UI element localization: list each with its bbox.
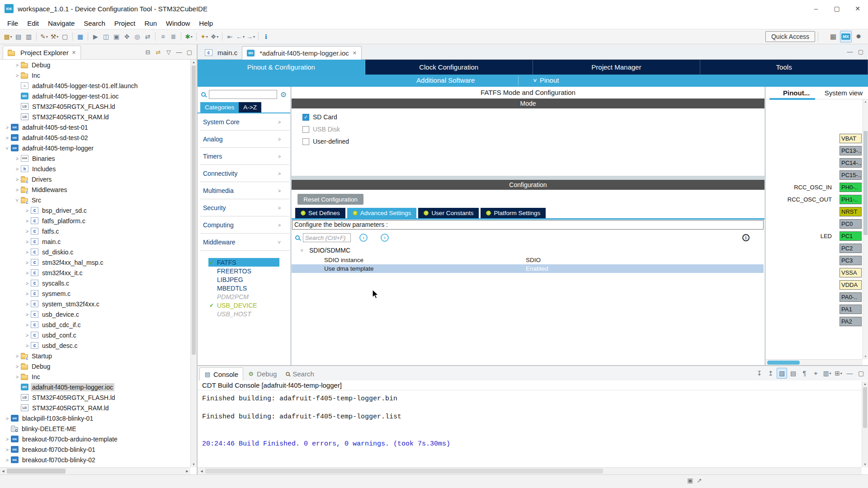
tree-item[interactable]: fatfs_platform.c: [0, 216, 190, 226]
expand-chevron-icon[interactable]: [24, 249, 31, 255]
toolbar-icon[interactable]: ✦: [199, 31, 209, 42]
config-main-tab[interactable]: Pinout & Configuration: [198, 60, 365, 75]
editor-view-button[interactable]: ▢: [856, 47, 865, 56]
tree-item[interactable]: sd_diskio.c: [0, 247, 190, 257]
expand-chevron-icon[interactable]: [4, 457, 11, 463]
parameter-row[interactable]: SDIO instance SDIO: [292, 256, 764, 264]
expand-chevron-icon[interactable]: [4, 436, 11, 442]
pin[interactable]: PC13-..: [840, 146, 862, 155]
expand-chevron-icon[interactable]: [14, 405, 21, 411]
toolbar-icon[interactable]: [88, 33, 88, 41]
toolbar-icon[interactable]: ✱: [184, 31, 194, 42]
expand-chevron-icon[interactable]: [24, 312, 31, 317]
tree-item[interactable]: main.c: [0, 236, 190, 247]
parameter-search-input[interactable]: [303, 233, 351, 242]
editor-tab[interactable]: *adafruit-f405-temp-logger.ioc ✕: [242, 46, 362, 60]
toolbar-icon[interactable]: [196, 33, 197, 41]
tree-item[interactable]: usbd_desc.c: [0, 340, 190, 351]
category-row[interactable]: Security: [200, 199, 289, 216]
tree-item[interactable]: STM32F405RGTX_FLASH.ld: [0, 101, 190, 112]
scroll-down-arrow[interactable]: ▼: [863, 354, 868, 359]
toolbar-icon[interactable]: [258, 33, 259, 41]
scroll-up-arrow[interactable]: ▲: [862, 381, 868, 387]
reset-configuration-button[interactable]: Reset Configuration: [297, 194, 363, 205]
tree-item[interactable]: stm32f4xx_hal_msp.c: [0, 257, 190, 267]
toolbar-icon[interactable]: ⇄: [142, 31, 153, 42]
toolbar-icon[interactable]: ✥: [122, 31, 132, 42]
console-toolbar-icon[interactable]: ↧: [754, 368, 764, 379]
expand-chevron-icon[interactable]: [24, 301, 31, 307]
scrollbar-thumb[interactable]: [863, 131, 868, 235]
tree-item[interactable]: Inc: [0, 371, 190, 382]
expand-chevron-icon[interactable]: [24, 239, 31, 244]
pin[interactable]: PA2: [840, 317, 862, 326]
expand-chevron-icon[interactable]: [14, 177, 21, 182]
tree-item[interactable]: adafruit-f405-sd-test-02: [0, 132, 190, 143]
project-explorer-view-tab[interactable]: Project Explorer ✕: [3, 46, 81, 59]
close-tab-icon[interactable]: ✕: [353, 50, 357, 56]
settings-tab[interactable]: Platform Settings: [481, 208, 546, 218]
pin[interactable]: PC3: [840, 256, 862, 265]
toolbar-icon[interactable]: ≣: [168, 31, 179, 42]
info-icon[interactable]: [742, 234, 750, 241]
toolbar-icon[interactable]: ▥: [24, 31, 34, 42]
toolbar-icon[interactable]: →: [245, 31, 256, 42]
editor-tab[interactable]: main.c ✕: [200, 46, 242, 59]
parameter-row[interactable]: Use dma template Enabled: [292, 264, 764, 273]
console-output[interactable]: Finished building: adafruit-f405-temp-lo…: [198, 390, 868, 474]
tree-item[interactable]: STM32F405RGTX_RAM.ld: [0, 112, 190, 122]
expand-chevron-icon[interactable]: [24, 229, 31, 234]
scrollbar-thumb[interactable]: [192, 66, 196, 355]
pin[interactable]: VBAT: [840, 134, 862, 143]
pinout-dropdown[interactable]: > Pinout: [533, 76, 559, 84]
gear-icon[interactable]: ⚙: [280, 90, 287, 99]
expand-chevron-icon[interactable]: [14, 385, 21, 390]
tree-item[interactable]: usbd_cdc_if.c: [0, 319, 190, 330]
toolbar-icon[interactable]: ✎: [39, 31, 49, 42]
console-toolbar-icon[interactable]: ¶: [799, 368, 810, 379]
toolbar-icon[interactable]: ◎: [132, 31, 142, 42]
toolbar-icon[interactable]: ℹ: [261, 31, 271, 42]
console-view-tab[interactable]: Debug ✕: [243, 367, 281, 380]
tree-item[interactable]: Debug: [0, 60, 190, 70]
expand-chevron-icon[interactable]: [14, 94, 21, 99]
tree-item[interactable]: system_stm32f4xx.c: [0, 299, 190, 309]
config-main-tab[interactable]: Project Manager: [533, 60, 701, 75]
toolbar-icon[interactable]: ←: [235, 31, 245, 42]
pin[interactable]: VDDA: [840, 280, 862, 290]
pin[interactable]: VSSA: [840, 268, 862, 277]
tree-item[interactable]: Binaries: [0, 153, 190, 164]
config-main-tab[interactable]: Tools: [700, 60, 868, 75]
tree-item[interactable]: adafruit-f405-temp-logger: [0, 143, 190, 153]
toolbar-icon[interactable]: ❖: [209, 31, 220, 42]
tree-item[interactable]: STM32F405RGTX_FLASH.ld: [0, 392, 190, 403]
expand-chevron-icon[interactable]: [24, 343, 31, 348]
middleware-item[interactable]: ✓ PDM2PCM: [208, 292, 279, 301]
scroll-right-arrow[interactable]: ▶: [184, 468, 190, 474]
scrollbar-thumb[interactable]: [767, 361, 800, 365]
toolbar-icon[interactable]: ◫: [101, 31, 111, 42]
status-icon[interactable]: ▣: [687, 477, 693, 484]
checkbox[interactable]: [302, 138, 309, 145]
explorer-vertical-scrollbar[interactable]: ▲ ▼: [190, 60, 197, 467]
scrollbar-thumb[interactable]: [863, 387, 867, 428]
additional-software-button[interactable]: Additional Software: [416, 76, 475, 84]
toolbar-icon[interactable]: [72, 33, 73, 41]
pin[interactable]: PC0: [840, 219, 862, 229]
tree-item[interactable]: adafruit-f405-logger-test-01.elf.launch: [0, 80, 190, 91]
parameter-group-row[interactable]: SDIO/SDMMC: [298, 247, 350, 254]
tree-item[interactable]: breakout-f070cb-arduino-template: [0, 434, 190, 444]
expand-chevron-icon[interactable]: [4, 125, 11, 130]
expand-chevron-icon[interactable]: [14, 104, 21, 109]
tree-item[interactable]: stm32f4xx_it.c: [0, 267, 190, 278]
expand-chevron-icon[interactable]: [24, 322, 31, 328]
pin[interactable]: PH1-..: [840, 195, 862, 204]
menu-item[interactable]: Window: [161, 17, 194, 29]
tree-item[interactable]: blinky-DELETE-ME: [0, 423, 190, 434]
pinout-canvas[interactable]: VBAT PC13-.. PC14-.. PC: [766, 99, 863, 359]
tree-item[interactable]: Inc: [0, 70, 190, 80]
console-toolbar-icon[interactable]: ↥: [765, 368, 776, 379]
pin[interactable]: PC15-..: [840, 170, 862, 180]
pin[interactable]: PC1: [840, 231, 862, 241]
console-view-tab[interactable]: Search ✕: [281, 367, 319, 380]
